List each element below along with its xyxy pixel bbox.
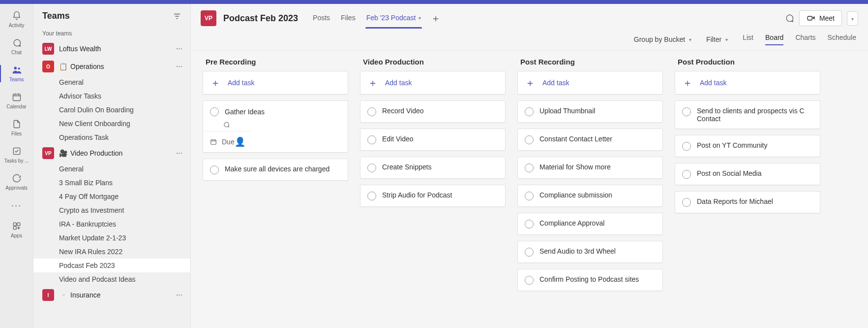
- more-icon[interactable]: ···: [174, 45, 184, 53]
- add-task-button[interactable]: ＋Add task: [517, 71, 663, 95]
- rail-label: Teams: [9, 77, 24, 82]
- complete-toggle[interactable]: [525, 276, 534, 285]
- complete-toggle[interactable]: [367, 192, 376, 200]
- channel-item[interactable]: Advisor Tasks: [33, 89, 190, 103]
- task-card[interactable]: Data Reports for Michael: [675, 191, 820, 213]
- view-schedule[interactable]: Schedule: [828, 33, 856, 45]
- complete-toggle[interactable]: [525, 220, 534, 229]
- rail-more[interactable]: ···: [0, 197, 33, 215]
- complete-toggle[interactable]: [367, 164, 376, 172]
- filter-dropdown[interactable]: Filter ▾: [706, 35, 728, 43]
- team-emoji-icon: 📋: [59, 63, 67, 70]
- channel-item[interactable]: Podcast Feb 2023: [33, 259, 190, 272]
- task-card[interactable]: Make sure all devices are charged: [203, 159, 348, 181]
- video-icon: [807, 14, 815, 23]
- task-card[interactable]: Gather Ideas Due: [203, 100, 348, 153]
- tab-planner[interactable]: Feb '23 Podcast ▾: [361, 8, 426, 29]
- complete-toggle[interactable]: [525, 107, 534, 116]
- team-row[interactable]: I ▫️ Insurance ···: [33, 286, 190, 304]
- task-card[interactable]: Compliance submission: [517, 185, 663, 207]
- task-card[interactable]: Send to clients and prospects vis C Cont…: [675, 100, 820, 129]
- task-card[interactable]: Compliance Approval: [517, 213, 663, 235]
- task-card[interactable]: Post on Social Media: [675, 163, 820, 185]
- team-avatar: I: [42, 289, 54, 301]
- complete-toggle[interactable]: [367, 107, 376, 116]
- complete-toggle[interactable]: [682, 198, 691, 207]
- view-board[interactable]: Board: [765, 33, 783, 45]
- meet-dropdown-button[interactable]: ▾: [847, 11, 858, 26]
- bucket-column: Post Production＋Add task Send to clients…: [675, 51, 820, 316]
- more-icon[interactable]: ···: [174, 149, 184, 157]
- planner-board: Pre Recording＋Add task Gather Ideas: [191, 50, 868, 328]
- conversation-icon[interactable]: [784, 13, 794, 23]
- channel-item[interactable]: Market Update 2-1-23: [33, 231, 190, 245]
- channel-item[interactable]: New Client Onboarding: [33, 117, 190, 131]
- channel-item[interactable]: General: [33, 75, 190, 89]
- task-card[interactable]: Confirm Posting to Podcast sites: [517, 269, 663, 291]
- add-task-button[interactable]: ＋Add task: [203, 71, 348, 95]
- rail-activity[interactable]: Activity: [0, 7, 33, 32]
- assignee-avatar[interactable]: 👤: [235, 136, 244, 147]
- svg-rect-5: [17, 223, 20, 226]
- channel-item[interactable]: New IRA Rules 2022: [33, 245, 190, 259]
- rail-teams[interactable]: Teams: [0, 61, 33, 86]
- rail-tasks[interactable]: Tasks by ...: [0, 142, 33, 167]
- team-row[interactable]: LW Loftus Wealth ···: [33, 40, 190, 58]
- task-card[interactable]: Material for Show more: [517, 157, 663, 179]
- rail-calendar[interactable]: Calendar: [0, 88, 33, 113]
- bucket-column: Post Recording＋Add task Upload Thumbnail…: [517, 51, 663, 316]
- complete-toggle[interactable]: [210, 165, 219, 174]
- task-card[interactable]: Create Snippets: [360, 157, 506, 179]
- team-row[interactable]: VP 🎥 Video Production ···: [33, 144, 190, 162]
- rail-approvals[interactable]: Approvals: [0, 169, 33, 195]
- channel-item[interactable]: 4 Pay Off Mortgage: [33, 190, 190, 203]
- channel-item[interactable]: Video and Podcast Ideas: [33, 272, 190, 286]
- task-card[interactable]: Upload Thumbnail: [517, 100, 663, 123]
- meet-button[interactable]: Meet: [799, 10, 842, 26]
- complete-toggle[interactable]: [525, 164, 534, 172]
- task-card[interactable]: Strip Audio for Podcast: [360, 185, 506, 207]
- task-title: Gather Ideas: [225, 108, 265, 116]
- channel-item[interactable]: IRA - Bankruptcies: [33, 217, 190, 231]
- channel-item[interactable]: General: [33, 162, 190, 176]
- task-card[interactable]: Send Audio to 3rd Wheel: [517, 241, 663, 263]
- channel-item[interactable]: Operations Task: [33, 131, 190, 144]
- complete-toggle[interactable]: [525, 135, 534, 144]
- complete-toggle[interactable]: [682, 107, 691, 116]
- add-tab-button[interactable]: ＋: [427, 12, 445, 25]
- channel-item[interactable]: Crypto as Investment: [33, 203, 190, 217]
- view-charts[interactable]: Charts: [795, 33, 815, 45]
- task-card[interactable]: Constant Contact Letter: [517, 129, 663, 151]
- tab-posts[interactable]: Posts: [308, 8, 335, 29]
- rail-chat[interactable]: Chat: [0, 34, 33, 59]
- add-task-button[interactable]: ＋Add task: [675, 71, 820, 95]
- task-card[interactable]: Edit Video: [360, 129, 506, 151]
- more-icon[interactable]: ···: [174, 63, 184, 70]
- complete-toggle[interactable]: [525, 248, 534, 257]
- complete-toggle[interactable]: [210, 107, 219, 116]
- task-card[interactable]: Record Video: [360, 100, 506, 123]
- group-by-dropdown[interactable]: Group by Bucket ▾: [634, 35, 691, 43]
- view-list[interactable]: List: [743, 33, 753, 45]
- rail-files[interactable]: Files: [0, 115, 33, 140]
- rail-apps[interactable]: Apps: [0, 217, 33, 242]
- complete-toggle[interactable]: [682, 170, 691, 179]
- team-name: 🎥 Video Production: [59, 149, 122, 157]
- calendar-icon: [11, 91, 23, 103]
- task-card[interactable]: Post on YT Community: [675, 135, 820, 157]
- team-avatar: O: [42, 61, 54, 72]
- add-task-button[interactable]: ＋Add task: [360, 71, 506, 95]
- complete-toggle[interactable]: [682, 142, 691, 151]
- channel-item[interactable]: Carol Dulin On Boarding: [33, 103, 190, 117]
- channel-item[interactable]: 3 Small Biz Plans: [33, 176, 190, 190]
- group-by-label: Group by Bucket: [634, 35, 685, 43]
- complete-toggle[interactable]: [525, 192, 534, 200]
- add-task-label: Add task: [700, 79, 726, 87]
- complete-toggle[interactable]: [367, 135, 376, 144]
- plus-icon: ＋: [367, 77, 378, 88]
- more-icon[interactable]: ···: [174, 291, 184, 299]
- sidepanel-title: Teams: [42, 11, 70, 21]
- filter-icon[interactable]: [173, 12, 181, 21]
- tab-files[interactable]: Files: [336, 8, 360, 29]
- team-row[interactable]: O 📋 Operations ···: [33, 58, 190, 75]
